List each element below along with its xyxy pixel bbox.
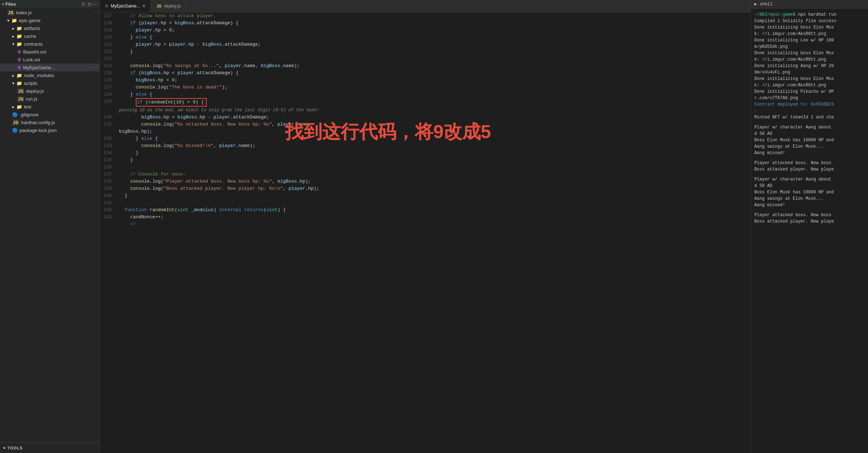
table-row: 137 // Console for ease.	[100, 171, 750, 178]
code-line: } else {	[118, 91, 750, 98]
terminal-title: shell	[760, 2, 773, 7]
table-row: 132 } else {	[100, 135, 750, 142]
terminal-output: Aang swings at Elon Musk...	[754, 195, 864, 202]
code-line	[118, 55, 750, 62]
tab-deploy-js[interactable]: JS deploy.js	[151, 0, 186, 12]
file-icon: 🔵	[12, 112, 18, 117]
files-section[interactable]: ▾ Files 🗋 🗀 ⋯	[0, 0, 99, 8]
line-number: 134	[100, 149, 118, 157]
line-number: 137	[100, 171, 118, 178]
terminal-output: Minted NFT w/ tokenId 1 and cha	[754, 114, 864, 121]
code-line: player.hp = player.hp - bigBoss.attackDa…	[118, 41, 750, 48]
line-number: 118	[100, 20, 118, 27]
code-line	[118, 199, 750, 207]
tools-section[interactable]: ▸ Tools	[0, 442, 99, 453]
sidebar-item-lock-sol[interactable]: ⚙ Lock.sol	[0, 56, 99, 63]
code-table: 117 // Allow boss to attack player. 118 …	[100, 12, 750, 228]
js-file-icon: JS	[156, 4, 162, 9]
new-file-icon[interactable]: 🗋	[81, 1, 86, 7]
code-line: player.hp = 0;	[118, 27, 750, 34]
sidebar-item-epic-game[interactable]: ▾ 📁 epic-game	[0, 16, 99, 24]
terminal-prompt-line: ~/003/epic-game$ npx hardhat run	[754, 11, 864, 18]
terminal-output: Aang missed!	[754, 150, 864, 156]
line-number: 143	[100, 214, 118, 221]
more-icon[interactable]: ⋯	[93, 65, 97, 70]
more-options-icon[interactable]: ⋯	[93, 1, 98, 7]
line-number	[100, 128, 118, 135]
table-row: bigBoss.hp);	[100, 128, 750, 135]
folder-icon: 📁	[16, 41, 22, 47]
terminal-output: r.com/u7T87A6.png	[754, 95, 864, 101]
table-row: 123	[100, 55, 750, 62]
sidebar-item-label: .gitignore	[20, 112, 99, 117]
new-folder-icon[interactable]: 🗀	[87, 1, 92, 7]
chevron-down-icon: ▾	[2, 2, 4, 6]
table-row: 128 } else {	[100, 91, 750, 98]
sidebar-item-base64-sol[interactable]: ⚙ Base64.sol	[0, 48, 99, 56]
sidebar-item-label: artifacts	[24, 26, 99, 31]
sidebar-item-myepicgame[interactable]: ⚙ MyEpicGame... ⋯	[0, 63, 99, 71]
code-line: // Allow boss to attack player.	[118, 12, 750, 20]
terminal-output: Done initializing boss Elon Mus	[754, 76, 864, 82]
sidebar-item-gitignore[interactable]: 🔵 .gitignore	[0, 111, 99, 118]
sidebar-item-label: node_modules	[24, 73, 99, 78]
table-row: 138 console.log("Player attacked boss. N…	[100, 178, 750, 185]
terminal-blank	[754, 173, 864, 176]
sidebar-item-package-lock[interactable]: 🔵 package-lock.json	[0, 126, 99, 134]
line-number: 122	[100, 48, 118, 55]
terminal-output: k: //i.imgur.com/AksR0tt.png	[754, 31, 864, 37]
folder-icon: 📁	[11, 18, 17, 23]
code-line: function randomInt(uint _modulus) intern…	[118, 207, 750, 214]
line-number: 136	[100, 164, 118, 171]
sidebar-item-artifacts[interactable]: ▸ 📁 artifacts	[0, 24, 99, 32]
code-line: } else {	[118, 34, 750, 41]
sidebar-item-label: deploy.js	[26, 88, 99, 94]
line-number	[100, 221, 118, 228]
js-file-icon: JS	[17, 88, 24, 94]
line-number: 128	[100, 91, 118, 98]
line-number: 123	[100, 55, 118, 62]
table-row: passing 10 as the mod, we elect to only …	[100, 107, 750, 114]
terminal-output: d 50 AD	[754, 183, 864, 189]
code-line: }	[118, 48, 750, 55]
line-number: 140	[100, 192, 118, 199]
table-row: 143 randNonce++;	[100, 214, 750, 221]
terminal-output: :	[754, 108, 864, 114]
chevron-right-icon: ▸	[12, 73, 15, 78]
close-icon[interactable]: ×	[142, 3, 145, 9]
sidebar-item-run-js[interactable]: JS run.js	[0, 95, 99, 103]
terminal-output: Contract deployed to: 0x5FbDB23	[754, 101, 864, 108]
sidebar-item-node-modules[interactable]: ▸ 📁 node_modules	[0, 71, 99, 79]
terminal-output: Boss Elon Musk has 10000 HP and	[754, 189, 864, 195]
chevron-right-icon: ▾	[7, 18, 10, 23]
more-icon[interactable]: ⋯	[93, 10, 97, 15]
code-line: console.log("The boss is dead!");	[118, 84, 750, 91]
table-row: //	[100, 221, 750, 228]
sidebar-item-test[interactable]: ▸ 📁 test	[0, 103, 99, 111]
sol-file-icon: ⚙	[105, 4, 109, 9]
terminal-output: Player w/ character Aang about	[754, 124, 864, 131]
table-row: 139 console.log("Boss attacked player. N…	[100, 185, 750, 192]
code-line: } else {	[118, 135, 750, 142]
line-number: 120	[100, 34, 118, 41]
sidebar-item-scripts[interactable]: ▾ 📁 scripts	[0, 79, 99, 87]
sidebar-item-label: Lock.sol	[23, 57, 99, 62]
file-icon: 🔵	[12, 128, 18, 133]
sidebar-item-deploy-js[interactable]: JS deploy.js	[0, 87, 99, 95]
terminal-content[interactable]: ~/003/epic-game$ npx hardhat run Compile…	[751, 9, 868, 453]
sidebar-item-index-js[interactable]: JS index.js ⋯	[0, 9, 99, 16]
sidebar-item-label: test	[24, 104, 99, 110]
terminal-output: Done initializing Pikachu w/ HP	[754, 88, 864, 95]
line-number: 139	[100, 185, 118, 192]
terminal-prompt: ~/003/epic-game$	[754, 12, 795, 17]
sidebar-item-contracts[interactable]: ▾ 📁 contracts	[0, 40, 99, 48]
code-area[interactable]: 找到这行代码，将9改成5 117 // Allow boss to attack…	[100, 12, 750, 453]
sidebar-item-hardhat-config[interactable]: JS hardhat.config.js	[0, 118, 99, 126]
chevron-right-icon: ▸	[12, 104, 15, 110]
terminal-output: Aang missed!	[754, 202, 864, 208]
sidebar-item-label: MyEpicGame...	[23, 65, 93, 70]
terminal-panel: ▶ shell ~/003/epic-game$ npx hardhat run…	[750, 0, 868, 453]
sidebar-item-cache[interactable]: ▸ 📁 cache	[0, 32, 99, 40]
tab-myepicgame[interactable]: ⚙ MyEpicGame... ×	[100, 0, 151, 12]
chevron-down-icon: ▾	[12, 41, 15, 47]
